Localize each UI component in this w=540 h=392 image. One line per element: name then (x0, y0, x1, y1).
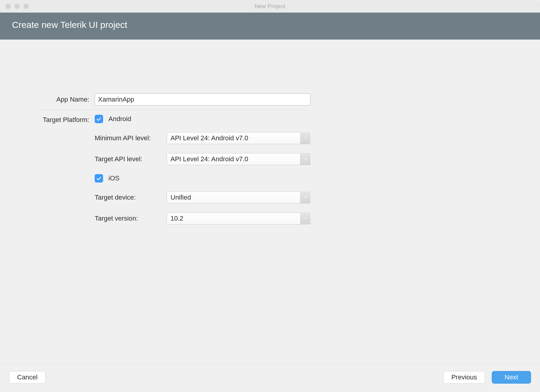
ios-checkbox-row: iOS (95, 174, 310, 183)
target-version-value: 10.2 (171, 215, 183, 222)
target-version-row: Target version: 10.2 (95, 212, 310, 224)
titlebar: New Project (0, 0, 540, 13)
target-device-select[interactable]: Unified (167, 192, 310, 203)
cancel-button[interactable]: Cancel (9, 371, 46, 384)
app-name-row: App Name: (35, 94, 310, 105)
maximize-window-icon[interactable] (23, 4, 29, 9)
checkmark-icon (96, 175, 102, 181)
ios-checkbox[interactable] (95, 174, 103, 183)
android-checkbox[interactable] (95, 115, 103, 123)
target-platform-row: Target Platform: Android Minimum API lev… (35, 115, 310, 224)
target-device-row: Target device: Unified (95, 192, 310, 203)
new-project-window: New Project Create new Telerik UI projec… (0, 0, 540, 392)
header-band: Create new Telerik UI project (0, 13, 540, 40)
android-checkbox-row: Android (95, 115, 310, 123)
content-area: App Name: Target Platform: Android (0, 40, 540, 364)
min-api-row: Minimum API level: API Level 24: Android… (95, 132, 310, 144)
app-name-input[interactable] (95, 94, 310, 105)
minimize-window-icon[interactable] (14, 4, 20, 9)
target-version-select[interactable]: 10.2 (167, 212, 310, 224)
target-api-label: Target API level: (95, 155, 164, 163)
traffic-lights (0, 4, 29, 9)
min-api-value: API Level 24: Android v7.0 (171, 134, 248, 142)
app-name-label: App Name: (35, 96, 95, 103)
android-label: Android (108, 115, 131, 123)
min-api-select[interactable]: API Level 24: Android v7.0 (167, 132, 310, 144)
previous-button[interactable]: Previous (443, 371, 485, 384)
target-api-value: API Level 24: Android v7.0 (171, 155, 248, 163)
target-device-value: Unified (171, 194, 191, 201)
close-window-icon[interactable] (5, 4, 11, 9)
footer: Cancel Previous Next (0, 364, 540, 392)
next-button[interactable]: Next (492, 371, 531, 384)
page-title: Create new Telerik UI project (12, 20, 528, 30)
target-api-select[interactable]: API Level 24: Android v7.0 (167, 153, 310, 165)
window-title: New Project (255, 3, 285, 10)
target-version-label: Target version: (95, 215, 164, 222)
project-form: App Name: Target Platform: Android (35, 94, 310, 224)
divider (35, 110, 310, 110)
target-platform-label: Target Platform: (35, 115, 95, 124)
footer-right: Previous Next (443, 371, 531, 384)
min-api-label: Minimum API level: (95, 134, 164, 142)
target-device-label: Target device: (95, 194, 164, 201)
ios-label: iOS (108, 174, 120, 182)
target-api-row: Target API level: API Level 24: Android … (95, 153, 310, 165)
checkmark-icon (96, 116, 102, 122)
